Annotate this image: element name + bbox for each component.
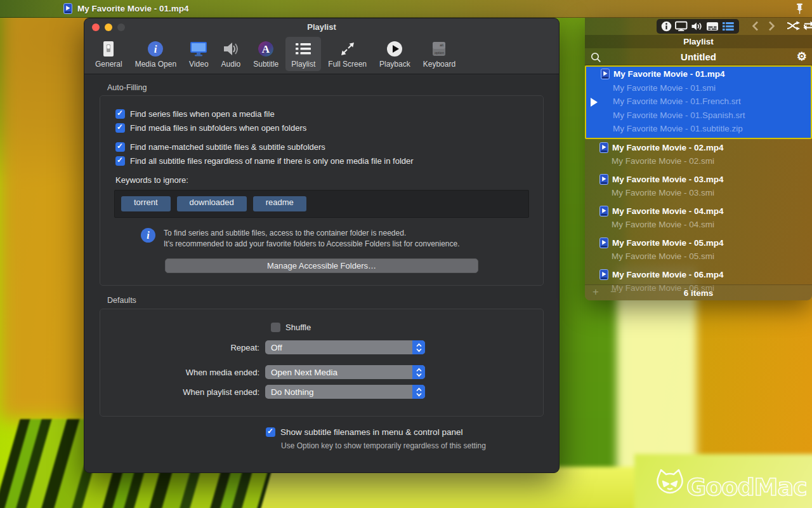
preferences-window-title: Playlist — [84, 22, 559, 32]
subtitle-panel-icon[interactable] — [706, 21, 719, 32]
defaults-group: Shuffle Repeat:OffWhen media ended:Open … — [100, 309, 544, 417]
display-icon[interactable] — [675, 21, 688, 32]
playlist-file-sub: My Favorite Movie - 03.smi — [585, 186, 812, 200]
defaults-row: Repeat:Off — [114, 340, 529, 354]
playlist-item[interactable]: My Favorite Movie - 03.mp4My Favorite Mo… — [585, 171, 812, 203]
checkbox[interactable] — [115, 109, 125, 119]
shuffle-label: Shuffle — [285, 323, 311, 332]
toolbar-item-media-open[interactable]: iMedia Open — [129, 37, 182, 71]
preferences-titlebar[interactable]: Playlist — [84, 18, 559, 36]
toolbar-item-label: Playback — [379, 60, 410, 69]
movie-file-icon — [601, 69, 610, 79]
pin-icon[interactable] — [795, 3, 804, 17]
svg-text:GoodMac: GoodMac — [686, 473, 807, 501]
item-count: 6 items — [684, 288, 714, 298]
toolbar-item-label: Media Open — [135, 60, 176, 69]
playlist-file-main: My Favorite Movie - 06.mp4 — [585, 268, 812, 282]
popup-button-when-playlist-ended[interactable]: Do Nothing — [265, 385, 425, 399]
movie-file-icon — [63, 3, 72, 14]
playlist-file-main: My Favorite Movie - 01.mp4 — [586, 67, 811, 81]
defaults-row-label: When media ended: — [114, 368, 265, 377]
movie-file-icon — [599, 174, 608, 185]
keyword-tag[interactable]: readme — [253, 196, 306, 211]
keywords-box[interactable]: torrentdownloadedreadme — [114, 190, 529, 218]
playlist-item[interactable]: My Favorite Movie - 05.mp4My Favorite Mo… — [585, 234, 812, 266]
preferences-window: Playlist GeneraliMedia OpenVideoAudioASu… — [84, 18, 560, 473]
info-icon: i — [141, 228, 155, 243]
playlist-item[interactable]: My Favorite Movie - 04.mp4My Favorite Mo… — [585, 203, 812, 234]
goodmac-watermark: GoodMac — [652, 467, 808, 507]
playlist-item[interactable]: My Favorite Movie - 01.mp4My Favorite Mo… — [585, 65, 812, 139]
shuffle-icon[interactable] — [787, 20, 800, 31]
toolbar-item-playlist[interactable]: Playlist — [285, 37, 321, 71]
checkbox-label: Find name-matched subtitle files & subti… — [130, 142, 325, 152]
playlist-file-main: My Favorite Movie - 03.mp4 — [585, 173, 812, 187]
toolbar-item-label: Full Screen — [328, 60, 367, 69]
chevron-right-icon[interactable] — [768, 20, 776, 32]
movie-file-icon — [599, 206, 608, 217]
checkbox[interactable] — [115, 142, 125, 152]
footer-checkbox-row: Show subtitle filenames in menu & contro… — [266, 427, 559, 437]
autofill-checkbox-row: Find series files when open a media file — [115, 109, 529, 119]
popup-stepper-icon — [412, 365, 425, 379]
defaults-row: When media ended:Open Next Media — [114, 365, 529, 379]
keyword-tag[interactable]: torrent — [121, 196, 171, 211]
toolbar-item-full-screen[interactable]: Full Screen — [322, 37, 372, 71]
repeat-icon[interactable] — [802, 20, 812, 31]
playlist-items: My Favorite Movie - 01.mp4My Favorite Mo… — [585, 65, 812, 298]
autofill-checkbox-row: Find all subtitle files regardless of na… — [115, 156, 529, 166]
add-item-button[interactable]: + — [593, 286, 599, 298]
playlist-panel-icon[interactable] — [722, 21, 735, 32]
playlist-file-name: My Favorite Movie - 03.mp4 — [612, 175, 724, 184]
manage-accessible-folders-button[interactable]: Manage Accessible Folders… — [165, 258, 478, 273]
toolbar-item-subtitle[interactable]: ASubtitle — [247, 37, 284, 71]
chevron-left-icon[interactable] — [751, 20, 759, 32]
shuffle-checkbox[interactable] — [271, 323, 280, 332]
toolbar-item-general[interactable]: General — [89, 37, 128, 71]
svg-text:i: i — [154, 43, 157, 55]
defaults-row-label: Repeat: — [114, 343, 265, 352]
playlist-file-sub: My Favorite Movie - 05.smi — [585, 250, 812, 264]
playlist-footer: + − 6 items — [585, 284, 812, 300]
now-playing-indicator-icon — [591, 98, 598, 107]
playlist-item[interactable]: My Favorite Movie - 02.mp4My Favorite Mo… — [585, 139, 812, 171]
playlist-file-main: My Favorite Movie - 02.mp4 — [585, 141, 812, 155]
playlist-file-sub: My Favorite Movie - 01.Spanish.srt — [586, 109, 811, 123]
playlist-header: Playlist — [585, 35, 812, 48]
auto-filling-section-label: Auto-Filling — [107, 83, 559, 92]
preferences-header: Playlist GeneraliMedia OpenVideoAudioASu… — [84, 18, 559, 74]
info-icon[interactable] — [661, 21, 672, 32]
speaker-icon[interactable] — [691, 21, 703, 32]
toolbar-item-playback[interactable]: Playback — [374, 37, 416, 71]
toolbar-item-audio[interactable]: Audio — [216, 37, 247, 71]
player-titlebar[interactable]: My Favorite Movie - 01.mp4 — [0, 0, 812, 18]
playlist-file-sub: My Favorite Movie - 04.smi — [585, 218, 812, 232]
svg-text:option: option — [435, 51, 444, 55]
remove-item-button[interactable]: − — [610, 286, 617, 298]
movie-file-icon — [599, 269, 608, 280]
search-icon[interactable] — [591, 52, 601, 65]
footer-note: Use Option key to show temporarily regar… — [281, 441, 559, 450]
playlist-file-name: My Favorite Movie - 05.mp4 — [612, 238, 724, 248]
gear-icon[interactable]: ⚙ — [797, 50, 807, 64]
playlist-subheader: Untitled ⚙ — [585, 48, 812, 65]
toolbar-item-label: Video — [189, 60, 208, 69]
autofill-checkbox-row: Find name-matched subtitle files & subti… — [115, 142, 529, 152]
popup-button-when-media-ended[interactable]: Open Next Media — [265, 365, 425, 379]
defaults-row-label: When playlist ended: — [114, 387, 265, 397]
auto-filling-group: Find series files when open a media file… — [100, 95, 544, 286]
subtitle-icon: A — [258, 40, 274, 58]
checkbox[interactable] — [115, 156, 125, 166]
keyword-tag[interactable]: downloaded — [177, 196, 247, 211]
toolbar-item-keyboard[interactable]: altoptionKeyboard — [417, 37, 461, 71]
popup-stepper-icon — [412, 385, 425, 399]
playlist-file-name: My Favorite Movie - 01.French.srt — [613, 97, 741, 106]
toolbar-item-label: Playlist — [291, 60, 315, 69]
general-icon — [101, 40, 116, 58]
popup-selected-value: Do Nothing — [265, 387, 314, 397]
toolbar-item-video[interactable]: Video — [183, 37, 214, 71]
checkbox[interactable] — [115, 123, 125, 133]
playlist-file-name: My Favorite Movie - 01.subtitle.zip — [613, 124, 743, 133]
popup-button-repeat[interactable]: Off — [265, 340, 425, 354]
show-subtitle-filenames-checkbox[interactable] — [266, 427, 275, 437]
